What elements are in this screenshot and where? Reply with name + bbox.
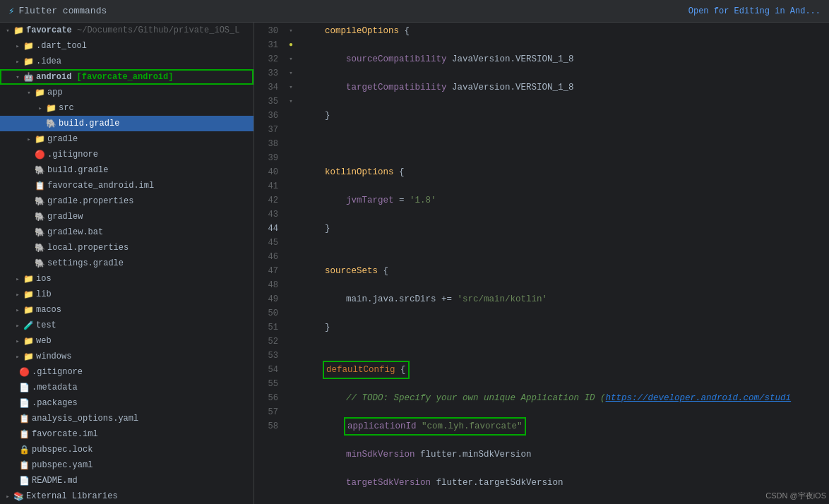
favorcate-iml-icon: 📋 bbox=[18, 428, 30, 440]
pubspec-lock-arrow bbox=[8, 445, 18, 455]
sidebar-item-gitignore-android[interactable]: 🔴 .gitignore bbox=[0, 147, 254, 162]
windows-label: windows bbox=[36, 352, 71, 361]
analysis-options-icon: 📋 bbox=[18, 413, 30, 424]
sidebar-item-metadata[interactable]: 📄 .metadata bbox=[0, 380, 254, 395]
ios-label: ios bbox=[36, 274, 52, 284]
gradlew-label: gradlew bbox=[47, 212, 83, 222]
build-gradle-app-arrow bbox=[35, 119, 45, 128]
settings-gradle-label: settings.gradle bbox=[47, 258, 124, 268]
sidebar-item-gradlew[interactable]: 🐘 gradlew bbox=[0, 209, 254, 224]
metadata-arrow bbox=[8, 383, 18, 392]
external-libraries-icon: 📚 bbox=[13, 491, 24, 502]
local-properties-icon: 🐘 bbox=[34, 242, 45, 253]
favorcate-android-iml-icon: 📋 bbox=[34, 180, 45, 191]
editor-content[interactable]: 30 31 32 33 34 35 36 37 38 39 40 41 42 4… bbox=[254, 23, 829, 504]
app-icon: 📁 bbox=[34, 87, 45, 98]
src-arrow bbox=[35, 103, 45, 113]
sidebar-item-gradle-properties[interactable]: 🐘 gradle.properties bbox=[0, 193, 254, 209]
android-arrow bbox=[13, 72, 23, 82]
sidebar-item-windows[interactable]: 📁 windows bbox=[0, 349, 254, 364]
sidebar-item-local-properties[interactable]: 🐘 local.properties bbox=[0, 240, 254, 256]
sidebar: 📁 favorcate ~/Documents/Github/private_i… bbox=[0, 23, 254, 504]
sidebar-item-readme[interactable]: 📄 README.md bbox=[0, 473, 254, 488]
sidebar-item-src[interactable]: 📁 src bbox=[0, 100, 254, 116]
gradlew-bat-arrow bbox=[24, 227, 34, 237]
sidebar-item-lib[interactable]: 📁 lib bbox=[0, 287, 254, 302]
flutter-icon: ⚡ bbox=[8, 5, 14, 17]
sidebar-item-build-gradle-root[interactable]: 🐘 build.gradle bbox=[0, 162, 254, 178]
packages-label: .packages bbox=[32, 398, 78, 408]
sidebar-item-web[interactable]: 📁 web bbox=[0, 333, 254, 349]
sidebar-item-packages[interactable]: 📄 .packages bbox=[0, 395, 254, 411]
analysis-options-label: analysis_options.yaml bbox=[32, 414, 138, 424]
pubspec-lock-icon: 🔒 bbox=[18, 444, 30, 455]
analysis-options-arrow bbox=[8, 414, 18, 424]
windows-icon: 📁 bbox=[23, 351, 34, 362]
sidebar-item-pubspec-lock[interactable]: 🔒 pubspec.lock bbox=[0, 442, 254, 457]
sidebar-item-test[interactable]: 🧪 test bbox=[0, 318, 254, 333]
dart-tool-arrow bbox=[13, 41, 23, 51]
code-editor: 30 31 32 33 34 35 36 37 38 39 40 41 42 4… bbox=[254, 23, 829, 504]
sidebar-item-dart-tool[interactable]: 📁 .dart_tool bbox=[0, 38, 254, 54]
sidebar-item-android[interactable]: 🤖 android [favorcate_android] bbox=[0, 69, 254, 85]
top-bar-title: ⚡ Flutter commands bbox=[8, 5, 107, 17]
project-root[interactable]: 📁 favorcate ~/Documents/Github/private_i… bbox=[0, 23, 254, 38]
ios-arrow bbox=[13, 274, 23, 284]
macos-arrow bbox=[13, 305, 23, 315]
macos-icon: 📁 bbox=[23, 304, 34, 316]
sidebar-item-idea[interactable]: 📁 .idea bbox=[0, 54, 254, 69]
gradlew-bat-icon: 🐘 bbox=[34, 227, 45, 238]
ios-icon: 📁 bbox=[23, 273, 34, 284]
favorcate-android-iml-label: favorcate_android.iml bbox=[47, 181, 154, 191]
gitignore-android-icon: 🔴 bbox=[34, 149, 45, 160]
favorcate-iml-label: favorcate.iml bbox=[32, 429, 98, 439]
packages-icon: 📄 bbox=[18, 397, 30, 409]
gitignore-android-arrow bbox=[24, 150, 34, 160]
lib-arrow bbox=[13, 289, 23, 299]
lib-label: lib bbox=[36, 289, 52, 299]
sidebar-item-favorcate-android-iml[interactable]: 📋 favorcate_android.iml bbox=[0, 178, 254, 193]
test-icon: 🧪 bbox=[23, 320, 34, 331]
gradle-properties-label: gradle.properties bbox=[47, 196, 133, 206]
pubspec-yaml-arrow bbox=[8, 460, 18, 470]
local-properties-label: local.properties bbox=[47, 243, 129, 253]
build-gradle-root-label: build.gradle bbox=[47, 165, 108, 175]
favorcate-android-iml-arrow bbox=[24, 181, 34, 191]
sidebar-item-favorcate-iml[interactable]: 📋 favorcate.iml bbox=[0, 426, 254, 442]
sidebar-item-settings-gradle[interactable]: 🐘 settings.gradle bbox=[0, 256, 254, 271]
project-folder-icon: 📁 bbox=[13, 25, 24, 36]
sidebar-item-analysis-options[interactable]: 📋 analysis_options.yaml bbox=[0, 411, 254, 426]
sidebar-item-gradle-dir[interactable]: 📁 gradle bbox=[0, 131, 254, 147]
open-editing-link[interactable]: Open for Editing in And... bbox=[688, 6, 821, 16]
sidebar-item-gradlew-bat[interactable]: 🐘 gradlew.bat bbox=[0, 224, 254, 240]
readme-icon: 📄 bbox=[18, 475, 30, 486]
android-icon: 🤖 bbox=[23, 71, 34, 83]
top-bar-title-text: Flutter commands bbox=[18, 6, 107, 16]
gutter: ▾ ● ▾ ▾ bbox=[284, 23, 298, 504]
sidebar-item-macos[interactable]: 📁 macos bbox=[0, 302, 254, 318]
sidebar-item-app[interactable]: 📁 app bbox=[0, 85, 254, 100]
local-properties-arrow bbox=[24, 243, 34, 253]
sidebar-item-ios[interactable]: 📁 ios bbox=[0, 271, 254, 287]
watermark: CSDN @宇夜iOS bbox=[765, 491, 826, 501]
build-gradle-root-arrow bbox=[24, 165, 34, 175]
src-icon: 📁 bbox=[45, 102, 56, 114]
gradle-properties-icon: 🐘 bbox=[34, 196, 45, 207]
pubspec-yaml-label: pubspec.yaml bbox=[32, 460, 93, 470]
project-label: favorcate ~/Documents/Github/private_iOS… bbox=[26, 25, 239, 35]
sidebar-item-pubspec-yaml[interactable]: 📋 pubspec.yaml bbox=[0, 457, 254, 473]
lib-icon: 📁 bbox=[23, 289, 34, 300]
idea-label: .idea bbox=[36, 56, 61, 66]
android-label: android [favorcate_android] bbox=[36, 72, 173, 82]
idea-icon: 📁 bbox=[23, 56, 34, 67]
gitignore-root-icon: 🔴 bbox=[18, 366, 30, 378]
gradlew-icon: 🐘 bbox=[34, 211, 45, 222]
web-label: web bbox=[36, 336, 52, 346]
gradlew-arrow bbox=[24, 212, 34, 222]
sidebar-item-build-gradle-app[interactable]: 🐘 build.gradle bbox=[0, 116, 254, 131]
sidebar-item-external-libraries[interactable]: 📚 External Libraries bbox=[0, 488, 254, 504]
code-area[interactable]: compileOptions { sourceCompatibility Jav… bbox=[298, 23, 829, 504]
sidebar-item-gitignore-root[interactable]: 🔴 .gitignore bbox=[0, 364, 254, 380]
pubspec-lock-label: pubspec.lock bbox=[32, 445, 93, 455]
app-label: app bbox=[47, 88, 63, 97]
